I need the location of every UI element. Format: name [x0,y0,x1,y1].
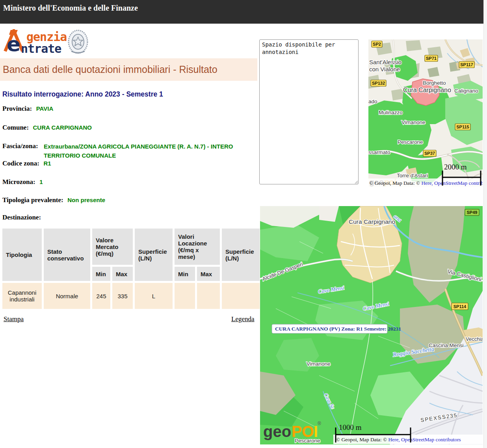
place-label-santalessio-2: con Vialone [369,66,400,72]
page-title-banner: Banca dati delle quotazioni immobiliari … [0,58,257,81]
svg-text:SP37: SP37 [424,151,435,156]
attribution-text: © Geopoi, Map Data: © [336,437,388,442]
col-valori-locazione: Valori Locazione (€/mq x mese) [175,229,220,265]
place-label-ssarmato: ssarmato [368,149,390,155]
col-valore-mercato: Valore Mercato (€/mq) [92,229,133,265]
road-badge-sp117: SP117 [459,61,474,68]
svg-text:SP71: SP71 [426,56,437,61]
col-stato-conservativo: Stato conservativo [44,229,90,281]
field-comune-label: Comune: [2,124,29,131]
svg-text:SP2: SP2 [373,42,381,46]
page-title: Banca dati delle quotazioni immobiliari … [3,64,217,75]
road-badge-sp71: SP71 [425,55,438,61]
col-superficie-2: Superficie (L/N) [222,229,260,281]
cell-superficie-1: L [135,283,173,309]
svg-text:SP117: SP117 [460,62,473,67]
field-tipologia-value: Non presente [67,197,105,203]
field-fascia-label: Fascia/zona: [2,142,38,150]
here-link[interactable]: Here, [388,437,400,442]
field-codice-value: R1 [43,160,51,167]
field-microzona-label: Microzona: [2,178,35,186]
place-label-calignano: Calignano [454,88,478,94]
cell-vl-max [197,283,220,309]
svg-text:O: O [302,423,314,440]
field-destinazione-label: Destinazione: [2,214,41,221]
road-badge-sp49: SP49 [465,209,479,216]
col-vl-min: Min [175,267,195,281]
cell-vm-min: 245 [92,283,110,309]
field-microzona: Microzona: 1 [2,178,43,186]
legenda-link[interactable]: Legenda [231,315,255,323]
zone-label-box: CURA CARPIGNANO (PV) Zona: R1 Semestre: … [272,324,401,333]
road-badge-sp37: SP37 [423,150,436,156]
road-badge-sp132: SP132 [371,80,386,86]
field-tipologia-label: Tipologia prevalente: [2,196,63,204]
col-tipologia: Tipologia [2,229,42,281]
svg-text:SP114: SP114 [454,304,467,309]
geopoi-logo: geo P O I ® [263,421,321,440]
field-provincia: Provincia: PAVIA [2,105,53,113]
ministry-bar: Ministero dell'Economia e delle Finanze [0,0,483,24]
road-badge-sp114: SP114 [452,303,468,310]
field-provincia-label: Provincia: [2,105,32,112]
logo-word-2: ntrate [21,42,61,56]
place-label-cura-carpignano: Cura Carpignano [403,87,451,93]
table-row: Capannoni industriali Normale 245 335 L [2,283,260,309]
field-comune: Comune: CURA CARPIGNANO [2,124,92,132]
attribution-text: © Geopoi, Map Data: © [369,180,421,186]
cell-vl-min [175,283,195,309]
field-tipologia-prevalente: Tipologia prevalente: Non presente [2,196,105,204]
cell-tipologia: Capannoni industriali [2,283,42,309]
road-badge-sp2: SP2 [372,41,382,47]
field-provincia-value: PAVIA [36,105,54,112]
stampa-link[interactable]: Stampa [4,315,24,323]
here-link[interactable]: Here, [421,180,433,186]
svg-text:e: e [7,32,20,54]
field-codice-zona: Codice zona: R1 [2,160,51,167]
place-label-pescarone: Pescarone [398,139,423,145]
svg-text:P: P [292,423,302,440]
svg-text:SP132: SP132 [372,81,385,86]
field-destinazione: Destinazione: [2,214,41,221]
result-heading: Risultato interrogazione: Anno 2023 - Se… [2,90,163,99]
col-vl-max: Max [197,267,220,281]
svg-text:SP49: SP49 [467,210,478,215]
col-vm-max: Max [112,267,133,281]
quotations-table: Tipologia Stato conservativo Valore Merc… [0,227,262,311]
zone-label-text: CURA CARPIGNANO (PV) Zona: R1 Semestre: … [275,326,401,332]
cell-superficie-2 [222,283,260,309]
field-fascia-zona: Fascia/zona: Extraurbana/ZONA AGRICOLA P… [2,142,245,160]
map-attribution: © Geopoi, Map Data: © Here, OpenStreetMa… [369,180,483,186]
scale-label: 2000 m [444,163,467,171]
osm-link[interactable]: OpenStreetMap contributors [400,437,461,442]
field-microzona-value: 1 [39,178,43,185]
agenzia-entrate-logo[interactable]: e genzia ntrate [2,29,93,55]
svg-text:geo: geo [263,423,291,440]
svg-text:SP115: SP115 [456,125,469,129]
place-label-cura-carpignano: Cura Carpignano [349,218,395,225]
place-label-cascina-mensi: Cascina Mensi [429,342,464,348]
road-badge-sp115: SP115 [455,124,470,130]
field-codice-label: Codice zona: [2,160,39,167]
place-label-ado: ado [368,99,377,104]
zone-map[interactable]: SP49 SP114 Cura Carpignano Alcide De Gas… [260,206,483,444]
svg-text:®: ® [318,421,321,426]
col-vm-min: Min [92,267,110,281]
annotations-textarea[interactable]: Spazio disponibile per annotazioni [259,39,359,184]
place-label-santalessio: Sant'Alessio [369,59,401,65]
place-label-vecchia: Vecchia [466,336,483,342]
place-label-vimanone: Vimanone [401,119,426,125]
cell-stato: Normale [44,283,90,309]
ministry-title: Ministero dell'Economia e delle Finanze [3,4,138,13]
place-label-vimanone: Vimanone [307,361,331,367]
field-fascia-value: Extraurbana/ZONA AGRICOLA PIANEGGIANTE (… [44,142,245,160]
field-comune-value: CURA CARPIGNANO [33,124,92,131]
place-label-borghetto: Borghetto [423,80,446,86]
page-scrollbar[interactable] [483,0,487,448]
place-label-torre-dastari: Torre d'Astari [397,173,428,178]
osm-link[interactable]: OpenStreetMap contributor. [433,180,483,186]
map-attribution: © Geopoi, Map Data: © Here, OpenStreetMa… [336,437,461,442]
overview-map[interactable]: SP2 SP71 SP117 SP132 SP115 SP37 Sant'Ale… [368,39,483,187]
scale-label: 1000 m [339,423,362,431]
col-superficie-1: Superficie (L/N) [135,229,173,281]
